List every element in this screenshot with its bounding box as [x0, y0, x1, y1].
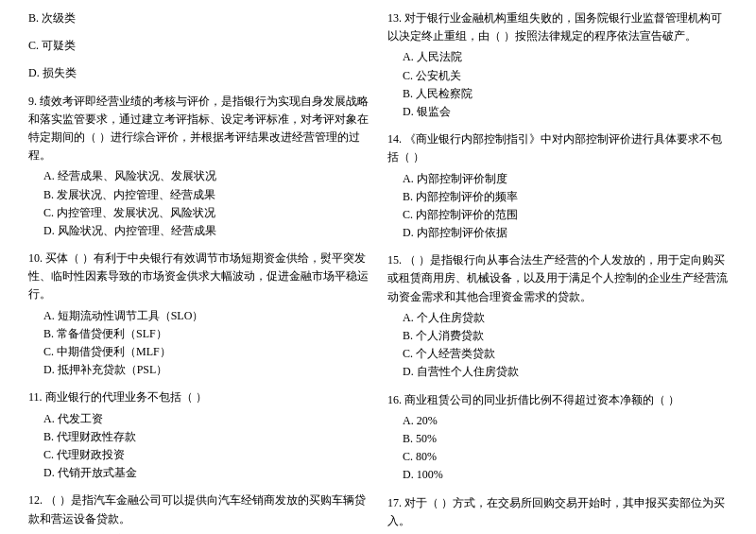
left-column: B. 次级类C. 可疑类D. 损失类9. 绩效考评即经营业绩的考核与评价，是指银… [28, 9, 369, 534]
option: D. 100% [387, 466, 728, 484]
option: A. 个人住房贷款 [387, 309, 728, 327]
question-block: 15. （ ）是指银行向从事合法生产经营的个人发放的，用于定向购买或租赁商用房、… [387, 251, 728, 381]
option: D. 内部控制评价依据 [387, 224, 728, 242]
option: D. 抵押补充贷款（PSL） [28, 361, 369, 379]
question-block: 17. 对于（ ）方式，在交易所回购交易开始时，其申报买卖部位为买入。A. 以券… [387, 494, 728, 535]
option: C. 个人经营类贷款 [387, 345, 728, 363]
option: C. 80% [387, 448, 728, 466]
option: A. 代发工资 [28, 410, 369, 428]
question-block: 9. 绩效考评即经营业绩的考核与评价，是指银行为实现自身发展战略和落实监管要求，… [28, 93, 369, 241]
option: C. 内部控制评价的范围 [387, 206, 728, 224]
option: B. 个人消费贷款 [387, 327, 728, 345]
question-title: C. 可疑类 [28, 37, 369, 55]
option: B. 常备借贷便利（SLF） [28, 325, 369, 343]
option: C. 代理财政投资 [28, 446, 369, 464]
option: B. 50% [387, 430, 728, 448]
question-block: 14. 《商业银行内部控制指引》中对内部控制评价进行具体要求不包括（ ）A. 内… [387, 130, 728, 242]
question-title: B. 次级类 [28, 9, 369, 27]
option: C. 公安机关 [387, 67, 728, 85]
option: A. 短期流动性调节工具（SLO） [28, 307, 369, 325]
question-title: 15. （ ）是指银行向从事合法生产经营的个人发放的，用于定向购买或租赁商用房、… [387, 251, 728, 306]
option: D. 自营性个人住房贷款 [387, 363, 728, 381]
option: B. 发展状况、内控管理、经营成果 [28, 186, 369, 204]
option: A. 内部控制评价制度 [387, 170, 728, 188]
question-title: 16. 商业租赁公司的同业折借比例不得超过资本净额的（ ） [387, 391, 728, 409]
option: A. 20% [387, 412, 728, 430]
page-container: B. 次级类C. 可疑类D. 损失类9. 绩效考评即经营业绩的考核与评价，是指银… [28, 9, 728, 534]
question-block: 13. 对于银行业金融机构重组失败的，国务院银行业监督管理机构可以决定终止重组，… [387, 9, 728, 121]
right-column: 13. 对于银行业金融机构重组失败的，国务院银行业监督管理机构可以决定终止重组，… [387, 9, 728, 534]
option: B. 代理财政性存款 [28, 428, 369, 446]
question-block: 11. 商业银行的代理业务不包括（ ）A. 代发工资B. 代理财政性存款C. 代… [28, 388, 369, 482]
question-block: 10. 买体（ ）有利于中央银行有效调节市场短期资金供给，熨平突发性、临时性因素… [28, 250, 369, 379]
question-block: D. 损失类 [28, 64, 369, 82]
option: C. 内控管理、发展状况、风险状况 [28, 204, 369, 222]
question-title: 9. 绩效考评即经营业绩的考核与评价，是指银行为实现自身发展战略和落实监管要求，… [28, 93, 369, 165]
question-title: 12. （ ）是指汽车金融公司可以提供向汽车经销商发放的买购车辆贷款和营运设备贷… [28, 491, 369, 527]
question-title: 17. 对于（ ）方式，在交易所回购交易开始时，其申报买卖部位为买入。 [387, 494, 728, 530]
option: A. 经营成果、风险状况、发展状况 [28, 167, 369, 185]
question-title: 11. 商业银行的代理业务不包括（ ） [28, 388, 369, 406]
option: B. 内部控制评价的频率 [387, 188, 728, 206]
option: B. 人民检察院 [387, 85, 728, 103]
option: D. 代销开放式基金 [28, 464, 369, 482]
option: A. 人民法院 [387, 48, 728, 66]
columns-layout: B. 次级类C. 可疑类D. 损失类9. 绩效考评即经营业绩的考核与评价，是指银… [28, 9, 728, 534]
question-title: 14. 《商业银行内部控制指引》中对内部控制评价进行具体要求不包括（ ） [387, 130, 728, 166]
question-block: 16. 商业租赁公司的同业折借比例不得超过资本净额的（ ）A. 20%B. 50… [387, 391, 728, 485]
question-block: 12. （ ）是指汽车金融公司可以提供向汽车经销商发放的买购车辆贷款和营运设备贷… [28, 491, 369, 534]
question-title: D. 损失类 [28, 64, 369, 82]
question-block: B. 次级类 [28, 9, 369, 27]
question-title: 10. 买体（ ）有利于中央银行有效调节市场短期资金供给，熨平突发性、临时性因素… [28, 250, 369, 304]
question-title: 13. 对于银行业金融机构重组失败的，国务院银行业监督管理机构可以决定终止重组，… [387, 9, 728, 45]
question-block: C. 可疑类 [28, 37, 369, 55]
option: D. 风险状况、内控管理、经营成果 [28, 222, 369, 240]
option: D. 银监会 [387, 103, 728, 121]
option: C. 中期借贷便利（MLF） [28, 343, 369, 361]
